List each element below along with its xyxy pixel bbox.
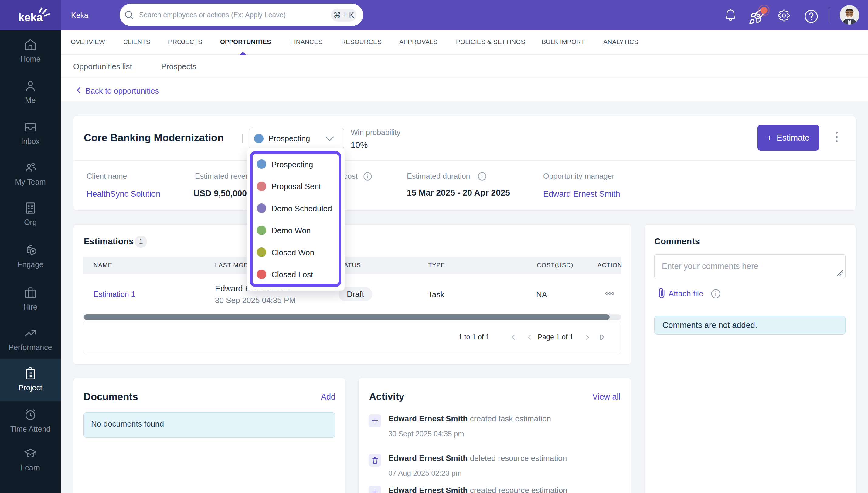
svg-text:keka: keka (18, 11, 43, 24)
